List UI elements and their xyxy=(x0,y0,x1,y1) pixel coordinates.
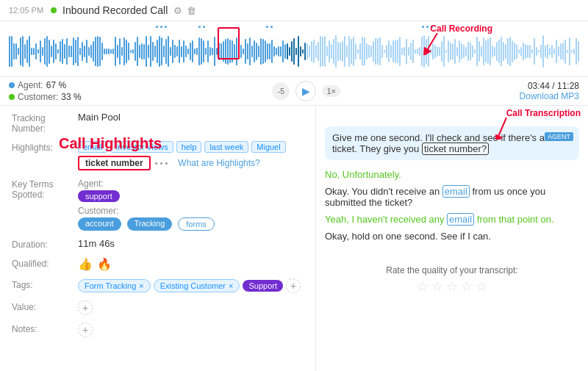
tag-form-tracking[interactable]: Form Tracking × xyxy=(78,279,151,292)
msg2-text: No, Unfortunately. xyxy=(325,169,401,180)
page-title: Inbound Recorded Call xyxy=(62,4,168,16)
badge-support: support xyxy=(78,190,120,202)
status-dot xyxy=(51,7,57,13)
msg3-before: Okay. You didn't receive an xyxy=(325,186,442,197)
tag-form-tracking-text: Form Tracking xyxy=(85,281,136,290)
msg3-highlight: email xyxy=(442,185,470,198)
play-button[interactable]: ▶ xyxy=(295,81,316,101)
star-3[interactable]: ☆ xyxy=(446,278,458,295)
rate-label: Rate the quality of your transcript: xyxy=(325,265,579,275)
tag-form-tracking-close[interactable]: × xyxy=(139,281,143,290)
tag-existing-customer-close[interactable]: × xyxy=(229,281,233,290)
waveform-highlight-box xyxy=(218,27,240,60)
transcript-msg-2: No, Unfortunately. xyxy=(325,166,579,183)
agent-stat: Agent: 67 % xyxy=(9,80,82,90)
call-transcription-label: Call Transcription xyxy=(506,108,581,118)
highlights-row: Highlights: email Investor Views help la… xyxy=(12,141,304,170)
agent-badge-1: AGENT xyxy=(545,132,573,141)
key-terms-label: Key TermsSpotted: xyxy=(12,178,78,231)
duration-label: Duration: xyxy=(12,238,78,250)
star-2[interactable]: ☆ xyxy=(431,278,443,295)
download-mp3-link[interactable]: Download MP3 xyxy=(520,91,579,101)
header: 12:05 PM Inbound Recorded Call ⚙ 🗑 xyxy=(0,0,588,21)
chip-investor[interactable]: Investor Views xyxy=(110,141,173,153)
playback-controls: -5 ▶ 1× xyxy=(272,81,340,101)
tracking-number-row: TrackingNumber: Main Pool xyxy=(12,112,304,134)
chip-ticket-number[interactable]: ticket number xyxy=(78,156,151,170)
agent-label: Agent: xyxy=(18,80,43,90)
right-panel: Call Transcription Give me one second. I… xyxy=(316,106,588,371)
msg5-text: Okay, hold on one second. See if I can. xyxy=(325,231,491,242)
key-terms-field: Agent: support Customer: account Trackin… xyxy=(78,178,218,231)
tags-row: Tags: Form Tracking × Existing Customer … xyxy=(12,278,304,293)
customer-dot xyxy=(9,94,15,100)
customer-label: Customer: xyxy=(18,92,58,102)
star-4[interactable]: ☆ xyxy=(461,278,473,295)
notes-row: Notes: + xyxy=(12,323,304,337)
tracking-number-label: TrackingNumber: xyxy=(12,112,78,134)
waveform[interactable] xyxy=(9,29,579,73)
add-value-button[interactable]: + xyxy=(78,300,93,315)
chip-email[interactable]: email xyxy=(78,141,107,153)
waveform-dots xyxy=(9,26,579,28)
duration-row: Duration: 11m 46s xyxy=(12,238,304,250)
tracking-number-value: Main Pool xyxy=(78,112,121,123)
qualified-row: Qualified: 👍 🔥 xyxy=(12,257,304,271)
chip-lastweek[interactable]: last week xyxy=(204,141,248,153)
chip-miguel[interactable]: Miguel xyxy=(251,141,285,153)
stars-container[interactable]: ☆ ☆ ☆ ☆ ☆ xyxy=(325,278,579,295)
speed-button[interactable]: 1× xyxy=(322,85,340,97)
notes-label: Notes: xyxy=(12,323,78,334)
agent-terms-label: Agent: xyxy=(78,179,104,189)
chip-help[interactable]: help xyxy=(176,141,202,153)
more-chips-dots: • • • xyxy=(155,159,168,168)
badge-account: account xyxy=(78,217,121,231)
highlights-chips: email Investor Views help last week Migu… xyxy=(78,141,286,153)
total-time: 11:28 xyxy=(557,81,579,91)
highlights-label: Highlights: xyxy=(12,141,78,153)
tag-support[interactable]: Support xyxy=(243,280,283,292)
agent-dot xyxy=(9,82,15,88)
header-icons: ⚙ 🗑 xyxy=(173,5,196,16)
transcript-msg-1: Give me one second. I'll check and see i… xyxy=(325,126,579,160)
star-5[interactable]: ☆ xyxy=(476,278,487,295)
time-info: 03:44 / 11:28 Download MP3 xyxy=(520,81,579,101)
transcript-messages: Give me one second. I'll check and see i… xyxy=(325,126,579,259)
header-time: 12:05 PM xyxy=(9,6,43,15)
customer-stat: Customer: 33 % xyxy=(9,92,82,102)
transcript-msg-4: Yeah, I haven't received any email from … xyxy=(325,211,579,228)
trash-icon[interactable]: 🗑 xyxy=(187,5,196,16)
add-tag-button[interactable]: + xyxy=(286,278,301,293)
msg1-highlight: ticket number? xyxy=(422,143,489,155)
tag-existing-customer-text: Existing Customer xyxy=(160,281,226,290)
thumbs-up-icon[interactable]: 👍 xyxy=(78,257,93,271)
tag-support-text: Support xyxy=(248,281,277,290)
badge-forms: forms xyxy=(178,217,215,231)
tag-existing-customer[interactable]: Existing Customer × xyxy=(154,279,240,292)
duration-value: 11m 46s xyxy=(78,238,115,249)
fire-icon[interactable]: 🔥 xyxy=(97,257,112,271)
settings-icon[interactable]: ⚙ xyxy=(173,5,182,16)
fade-overlay xyxy=(325,245,579,259)
transcript-msg-5: Okay, hold on one second. See if I can. xyxy=(325,228,579,245)
tags-label: Tags: xyxy=(12,278,78,290)
agent-pct: 67 % xyxy=(46,80,66,90)
left-panel: Call Highlights TrackingNumber: Main Poo… xyxy=(0,106,316,371)
key-terms-row: Key TermsSpotted: Agent: support Custome… xyxy=(12,178,304,231)
msg4-before: Yeah, I haven't received any xyxy=(325,214,447,225)
rate-section: Rate the quality of your transcript: ☆ ☆… xyxy=(325,265,579,295)
add-notes-button[interactable]: + xyxy=(78,323,93,337)
skip-back-button[interactable]: -5 xyxy=(272,82,290,100)
transcript-msg-3: Okay. You didn't receive an email from u… xyxy=(325,183,579,211)
star-1[interactable]: ☆ xyxy=(417,278,429,295)
msg4-highlight: email xyxy=(447,213,474,226)
waveform-section: Call Recording xyxy=(0,21,588,77)
customer-pct: 33 % xyxy=(61,92,81,102)
current-time: 03:44 xyxy=(528,81,550,91)
tags-container: Form Tracking × Existing Customer × Supp… xyxy=(78,278,301,293)
customer-terms-label: Customer: xyxy=(78,206,118,216)
content-area: Call Highlights TrackingNumber: Main Poo… xyxy=(0,106,588,371)
value-label: Value: xyxy=(12,300,78,312)
what-highlights-link[interactable]: What are Highlights? xyxy=(178,158,259,168)
qualified-icons: 👍 🔥 xyxy=(78,257,112,271)
